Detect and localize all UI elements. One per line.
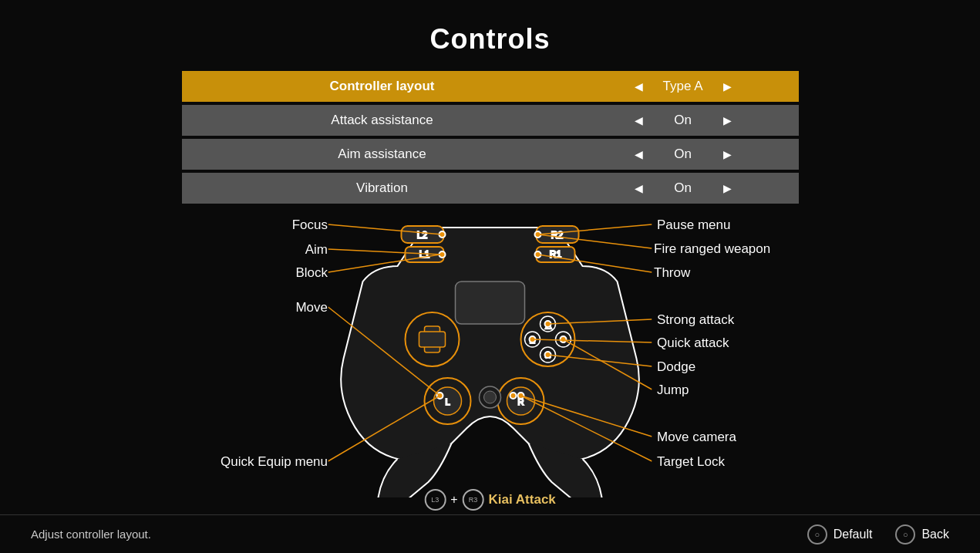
label-block: Block <box>295 265 328 281</box>
label-dodge: Dodge <box>657 359 695 375</box>
settings-row-1[interactable]: Attack assistance ◀ On ▶ <box>182 105 799 136</box>
page-title: Controls <box>0 0 980 71</box>
l3-button: L3 <box>424 489 446 511</box>
arrow-right-2[interactable]: ▶ <box>714 148 741 160</box>
label-strong-attack: Strong attack <box>657 312 734 328</box>
label-fire-ranged: Fire ranged weapon <box>654 241 770 257</box>
settings-row-2[interactable]: Aim assistance ◀ On ▶ <box>182 139 799 170</box>
svg-point-28 <box>484 391 497 403</box>
arrow-right-0[interactable]: ▶ <box>714 80 741 93</box>
arrow-right-1[interactable]: ▶ <box>714 114 741 126</box>
r3-button: R3 <box>463 489 484 511</box>
settings-value-3: On <box>652 180 714 196</box>
arrow-left-1[interactable]: ◀ <box>625 114 652 126</box>
bottom-hint: Adjust controller layout. <box>31 528 151 541</box>
settings-row-3[interactable]: Vibration ◀ On ▶ <box>182 173 799 204</box>
label-move: Move <box>295 300 328 315</box>
back-icon: ○ <box>895 524 915 545</box>
svg-text:L1: L1 <box>419 249 430 260</box>
bottom-bar: Adjust controller layout. ○ Default ○ Ba… <box>0 514 980 553</box>
default-button[interactable]: ○ Default <box>807 524 873 545</box>
controller-section: Focus Aim Block Move Quick Equip menu Pa… <box>0 204 980 528</box>
label-jump: Jump <box>657 383 689 398</box>
svg-point-30 <box>510 393 517 399</box>
settings-value-area-0: ◀ Type A ▶ <box>567 79 799 94</box>
svg-text:L: L <box>445 397 450 406</box>
back-button[interactable]: ○ Back <box>895 524 949 545</box>
settings-value-2: On <box>652 147 714 162</box>
arrow-left-0[interactable]: ◀ <box>625 80 652 93</box>
default-icon: ○ <box>807 524 827 545</box>
svg-text:L2: L2 <box>417 230 428 241</box>
kiai-plus: + <box>450 493 457 507</box>
kiai-label: Kiai Attack <box>489 492 556 507</box>
svg-text:R2: R2 <box>551 230 564 241</box>
settings-row-0[interactable]: Controller layout ◀ Type A ▶ <box>182 71 799 102</box>
settings-label-2: Aim assistance <box>182 147 567 162</box>
arrow-left-3[interactable]: ◀ <box>625 182 652 194</box>
label-aim: Aim <box>305 242 328 258</box>
label-focus: Focus <box>292 217 328 233</box>
svg-rect-8 <box>456 282 525 324</box>
settings-value-area-1: ◀ On ▶ <box>567 113 799 128</box>
settings-label-0: Controller layout <box>182 79 567 94</box>
label-pause-menu: Pause menu <box>657 217 730 233</box>
settings-label-1: Attack assistance <box>182 113 567 128</box>
kiai-attack-section: L3 + R3 Kiai Attack <box>424 489 556 511</box>
label-quick-equip: Quick Equip menu <box>221 454 328 470</box>
settings-table: Controller layout ◀ Type A ▶ Attack assi… <box>182 71 799 204</box>
arrow-left-2[interactable]: ◀ <box>625 148 652 160</box>
arrow-right-3[interactable]: ▶ <box>714 182 741 194</box>
svg-rect-11 <box>419 332 446 347</box>
label-throw: Throw <box>654 265 690 281</box>
settings-value-0: Type A <box>652 79 714 94</box>
label-quick-attack: Quick attack <box>657 336 729 351</box>
label-target-lock: Target Lock <box>657 454 725 470</box>
settings-value-1: On <box>652 113 714 128</box>
label-move-camera: Move camera <box>657 430 736 445</box>
settings-label-3: Vibration <box>182 180 567 196</box>
settings-value-area-3: ◀ On ▶ <box>567 180 799 196</box>
settings-value-area-2: ◀ On ▶ <box>567 147 799 162</box>
